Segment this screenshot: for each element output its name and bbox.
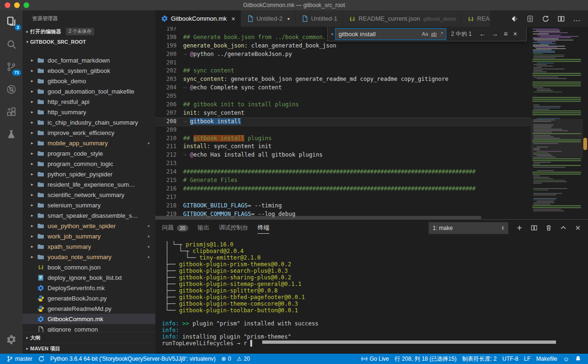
tree-folder-program_common_logic[interactable]: ▸ program_common_logic xyxy=(23,158,155,169)
prettier-icon[interactable] xyxy=(511,15,518,23)
panel-tab-调试控制台[interactable]: 调试控制台 xyxy=(219,220,249,236)
status-error[interactable]: ⊗ 0 xyxy=(218,354,234,364)
previous-match-icon[interactable]: ← xyxy=(479,30,486,38)
minimize-window-button[interactable] xyxy=(14,2,20,8)
status-LF[interactable]: LF xyxy=(521,354,533,364)
code-line-217[interactable]: 217 xyxy=(155,193,531,202)
tree-folder-resident_life_experience_summary[interactable]: ▸ resident_life_experience_summary xyxy=(23,179,155,190)
panel-tab-问题[interactable]: 问题20 xyxy=(162,220,188,236)
tree-folder-youdao_note_summary[interactable]: ▸ youdao_note_summary ● xyxy=(23,252,155,262)
sidebar-section-MAVEN 项目[interactable]: ▸MAVEN 项目 xyxy=(23,343,155,354)
tree-folder-gitbook_demo[interactable]: ▸ gitbook_demo xyxy=(23,76,155,86)
close-panel-icon[interactable] xyxy=(574,224,581,231)
split-editor-icon[interactable] xyxy=(557,15,565,23)
code-line-218[interactable]: 218GITBOOK_BUILD_FLAGS= --timing xyxy=(155,202,531,210)
terminal-output[interactable]: │ └─┬ prismjs@1.16.0 │ └─┬ clipboard@2.0… xyxy=(155,236,588,347)
tree-file-deploy_ignore_book_list.txt[interactable]: deploy_ignore_book_list.txt xyxy=(23,272,155,283)
code-viewport[interactable]: 197 198## Generate book.json from ../boo… xyxy=(155,27,531,218)
status-warning[interactable]: ⚠ 20 xyxy=(234,354,253,364)
new-terminal-icon[interactable] xyxy=(516,224,523,231)
editor-horizontal-scrollbar[interactable] xyxy=(155,216,531,219)
scrollbar-handle[interactable] xyxy=(155,216,481,219)
tab-README_current.json[interactable]: {..}README_current.json gitbook_demo xyxy=(343,10,461,27)
tree-file-book_common.json[interactable]: {..} book_common.json xyxy=(23,262,155,272)
tab-Untitled-2[interactable]: Untitled-2 ● xyxy=(241,10,296,27)
tree-folder-xpath_summary[interactable]: ▸ xpath_summary ● xyxy=(23,241,155,252)
status-broadcast[interactable]: Go Live xyxy=(358,354,392,364)
code-line-210[interactable]: 210## gitbook install plugins xyxy=(155,135,531,143)
whole-word-icon[interactable]: ab xyxy=(431,31,436,37)
tree-folder-good_automation_tool_makefile[interactable]: ▸ good_automation_tool_makefile xyxy=(23,86,155,96)
tree-folder-python_spider_pyspider[interactable]: ▸ python_spider_pyspider xyxy=(23,169,155,179)
overview-ruler-find-marker[interactable] xyxy=(583,138,587,150)
code-line-214[interactable]: 214#####################################… xyxy=(155,168,531,176)
close-tab-icon[interactable]: × xyxy=(231,15,235,23)
code-line-199[interactable]: 199generate_book_json: clean_generated_b… xyxy=(155,42,531,50)
code-line-201[interactable]: 201 xyxy=(155,59,531,67)
activity-search-button[interactable] xyxy=(0,33,23,55)
status-UTF-8[interactable]: UTF-8 xyxy=(499,354,521,364)
status-Python-3-6-4-64-bit-Stor[interactable]: Python 3.6.4 64-bit ('StorybookQueryServ… xyxy=(48,354,218,364)
tree-folder-mobile_app_summary[interactable]: ▸ mobile_app_summary ● xyxy=(23,138,155,148)
code-line-211[interactable]: 211install: sync_content init xyxy=(155,142,531,151)
match-case-icon[interactable]: Aa xyxy=(422,31,428,37)
close-find-icon[interactable]: × xyxy=(513,30,517,38)
kill-terminal-icon[interactable] xyxy=(545,224,552,231)
sidebar-section-大纲[interactable]: ▸大纲 xyxy=(23,332,155,343)
status-sync[interactable] xyxy=(35,354,48,364)
tree-folder-improve_work_efficiency[interactable]: ▸ improve_work_efficiency xyxy=(23,127,155,138)
code-line-203[interactable]: 203sync_content: generate_book_json gene… xyxy=(155,75,531,84)
find-input[interactable]: gitbook install Aa ab .* xyxy=(335,28,446,40)
code-line-216[interactable]: 216#####################################… xyxy=(155,185,531,193)
status-smiley[interactable]: ☺ xyxy=(560,354,572,364)
zoom-window-button[interactable] xyxy=(24,2,29,8)
close-window-button[interactable] xyxy=(5,2,10,8)
toggle-replace-icon[interactable]: ▸ xyxy=(330,32,335,36)
find-in-selection-icon[interactable]: ≡ xyxy=(504,30,507,38)
tab-Untitled-1[interactable]: Untitled-1 xyxy=(296,10,343,27)
next-match-icon[interactable]: → xyxy=(491,30,498,38)
editor-area[interactable]: 197 198## Generate book.json from ../boo… xyxy=(155,27,588,219)
activity-test-button[interactable] xyxy=(0,123,23,146)
minimap[interactable] xyxy=(531,27,583,216)
open-editors-section[interactable]: ▸ 打开的编辑器 2 个未保存 xyxy=(23,26,155,37)
code-line-209[interactable]: 209 xyxy=(155,126,531,135)
tree-folder-smart_speaker_disassemble_sum...[interactable]: ▸ smart_speaker_disassemble_sum... xyxy=(23,210,155,221)
code-line-215[interactable]: 215# Generate Files xyxy=(155,176,531,185)
code-line-204[interactable]: 204→ @echo Complete sync content xyxy=(155,84,531,92)
code-line-206[interactable]: 206## gitbook init to install plugins xyxy=(155,101,531,109)
code-line-213[interactable]: 213 xyxy=(155,159,531,168)
code-line-200[interactable]: 200→ @python ../generateBookJson.py xyxy=(155,50,531,59)
more-icon[interactable]: … xyxy=(573,15,581,23)
status-制表符长度-2[interactable]: 制表符长度: 2 xyxy=(459,354,499,364)
tree-file-GitbookCommon.mk[interactable]: GitbookCommon.mk xyxy=(23,314,155,324)
binary-file-icon[interactable]: 0110 xyxy=(526,15,534,23)
tree-folder-work_job_summary[interactable]: ▸ work_job_summary ● xyxy=(23,231,155,241)
tree-folder-use_python_write_spider[interactable]: ▸ use_python_write_spider ● xyxy=(23,221,155,231)
maximize-panel-icon[interactable] xyxy=(560,224,567,231)
tree-folder-selenium_summary[interactable]: ▸ selenium_summary xyxy=(23,200,155,210)
tab-GitbookCommon.mk[interactable]: GitbookCommon.mk × xyxy=(155,10,241,27)
tree-folder-http_summary[interactable]: ▸ http_summary xyxy=(23,107,155,117)
code-line-212[interactable]: 212→ @echo Has installed all gitbook plu… xyxy=(155,151,531,159)
tree-folder-doc_format_markdown[interactable]: ▸ doc_format_markdown xyxy=(23,55,155,65)
activity-debug-button[interactable] xyxy=(0,78,23,101)
tree-file-generateReadmeMd.py[interactable]: generateReadmeMd.py xyxy=(23,303,155,314)
code-line-202[interactable]: 202## sync content xyxy=(155,67,531,75)
code-line-208[interactable]: 208→ gitbook install xyxy=(155,118,531,126)
tab-REA[interactable]: {..}REA xyxy=(461,10,491,27)
activity-settings-button[interactable] xyxy=(0,328,23,351)
tree-folder-program_code_style[interactable]: ▸ program_code_style xyxy=(23,148,155,158)
status-branch[interactable]: master xyxy=(4,354,35,364)
tree-folder-http_restful_api[interactable]: ▸ http_restful_api xyxy=(23,96,155,107)
terminal-horizontal-scrollbar[interactable] xyxy=(262,340,556,344)
panel-tab-终端[interactable]: 终端 xyxy=(258,220,269,236)
activity-extensions-button[interactable] xyxy=(0,101,23,123)
status-行-208-列-18-已选择15-[interactable]: 行 208, 列 18 (已选择15) xyxy=(392,354,459,364)
panel-tab-输出[interactable]: 输出 xyxy=(198,220,209,236)
status-bell[interactable] xyxy=(572,354,584,364)
split-terminal-icon[interactable] xyxy=(531,224,538,231)
tree-file-DeployServerInfo.mk[interactable]: DeployServerInfo.mk xyxy=(23,283,155,293)
tree-folder-scientific_network_summary[interactable]: ▸ scientific_network_summary xyxy=(23,190,155,200)
status-Makefile[interactable]: Makefile xyxy=(533,354,560,364)
